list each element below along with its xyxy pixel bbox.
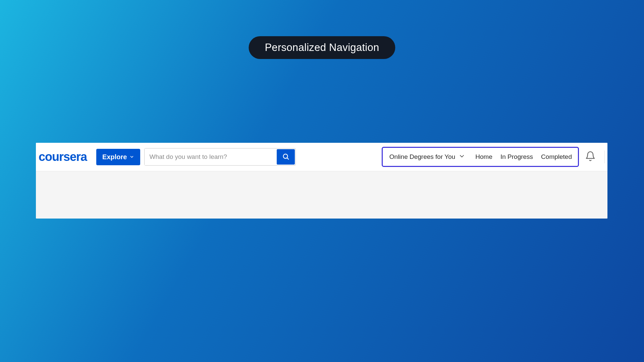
search-icon (282, 153, 289, 161)
search-box (144, 148, 296, 166)
nav-link-completed[interactable]: Completed (541, 153, 572, 161)
search-button[interactable] (277, 149, 295, 165)
coursera-logo[interactable]: coursera (39, 150, 87, 164)
svg-line-1 (287, 158, 288, 159)
personalized-nav-group: Online Degrees for You Home In Progress … (382, 147, 579, 167)
navbar: coursera Explore Online Degrees for You (36, 143, 607, 171)
bell-icon (585, 151, 596, 163)
chevron-down-icon (459, 153, 465, 161)
explore-button[interactable]: Explore (96, 149, 140, 165)
chevron-down-icon (129, 155, 134, 159)
browser-panel: coursera Explore Online Degrees for You (36, 143, 607, 219)
explore-button-label: Explore (102, 153, 127, 161)
page-title-pill: Personalized Navigation (249, 36, 395, 59)
content-area (36, 171, 607, 219)
online-degrees-dropdown[interactable]: Online Degrees for You (389, 153, 465, 161)
online-degrees-label: Online Degrees for You (389, 153, 455, 161)
search-input[interactable] (145, 148, 276, 165)
divider (604, 150, 605, 163)
notifications-button[interactable] (585, 151, 596, 163)
nav-link-home[interactable]: Home (475, 153, 492, 161)
nav-link-in-progress[interactable]: In Progress (500, 153, 533, 161)
